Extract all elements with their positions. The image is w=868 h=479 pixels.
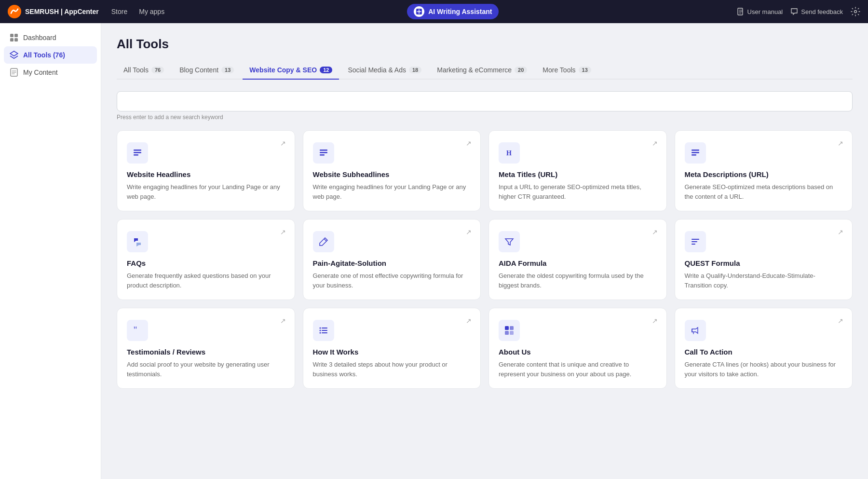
card-meta-titles[interactable]: ↗ H Meta Titles (URL) Input a URL to gen… — [488, 130, 667, 211]
card-quest-formula[interactable]: ↗ QUEST Formula Write a Qualify-Understa… — [675, 219, 853, 300]
tab-blog-content[interactable]: Blog Content 13 — [173, 61, 241, 80]
tab-more-tools[interactable]: More Tools 13 — [536, 61, 597, 80]
tab-all-tools-badge: 76 — [151, 67, 164, 73]
card-desc: Write engaging headlines for your Landin… — [313, 182, 471, 201]
svg-rect-29 — [505, 326, 509, 330]
brand: SEMRUSH | AppCenter — [8, 5, 99, 18]
card-call-to-action[interactable]: ↗ Call To Action Generate CTA lines (or … — [675, 308, 853, 389]
svg-rect-20 — [692, 241, 697, 242]
card-about-us[interactable]: ↗ About Us Generate content that is uniq… — [488, 308, 667, 389]
card-title: Pain-Agitate-Solution — [313, 259, 471, 267]
card-arrow-icon: ↗ — [466, 228, 472, 236]
card-title: Testimonials / Reviews — [127, 348, 285, 356]
card-icon-wrap — [685, 231, 706, 252]
card-arrow-icon: ↗ — [652, 317, 658, 325]
tab-social-media[interactable]: Social Media & Ads 18 — [341, 61, 428, 80]
sidebar-item-dashboard-label: Dashboard — [23, 34, 56, 41]
search-wrap: Press enter to add a new search keyword — [117, 91, 853, 121]
card-arrow-icon: ↗ — [280, 317, 286, 325]
card-title: How It Works — [313, 348, 471, 356]
svg-rect-7 — [14, 38, 18, 41]
card-icon-wrap — [313, 142, 334, 164]
send-feedback-link[interactable]: Send feedback — [790, 8, 843, 15]
layers-icon — [10, 51, 18, 59]
card-arrow-icon: ↗ — [838, 228, 843, 236]
page-title: All Tools — [117, 37, 853, 52]
tab-website-copy-seo-badge: 12 — [320, 67, 332, 73]
svg-rect-18 — [692, 154, 696, 156]
card-icon-wrap — [127, 231, 148, 252]
tab-website-copy-seo[interactable]: Website Copy & SEO 12 — [243, 61, 339, 80]
main-content: All Tools All Tools 76 Blog Content 13 W… — [101, 23, 868, 479]
svg-rect-26 — [322, 330, 327, 331]
tabs-bar: All Tools 76 Blog Content 13 Website Cop… — [117, 61, 853, 80]
card-desc: Write 3 detailed steps about how your pr… — [313, 360, 471, 379]
topnav-links: Store My apps — [107, 6, 169, 17]
svg-rect-21 — [692, 244, 695, 245]
svg-rect-14 — [320, 154, 325, 156]
myapps-link[interactable]: My apps — [134, 6, 169, 17]
card-title: Meta Descriptions (URL) — [685, 170, 843, 178]
sidebar-item-all-tools-label: All Tools (76) — [23, 51, 65, 59]
svg-point-3 — [854, 11, 857, 13]
card-desc: Generate content that is unique and crea… — [499, 360, 657, 379]
card-desc: Generate the oldest copywriting formula … — [499, 271, 657, 290]
card-title: FAQs — [127, 259, 285, 267]
search-hint: Press enter to add a new search keyword — [117, 114, 853, 121]
card-desc: Write a Qualify-Understand-Educate-Stimu… — [685, 271, 843, 290]
svg-text:": " — [134, 325, 137, 335]
svg-rect-11 — [134, 154, 138, 156]
svg-rect-12 — [320, 150, 327, 151]
sidebar-item-dashboard[interactable]: Dashboard — [4, 29, 97, 46]
card-arrow-icon: ↗ — [280, 228, 286, 236]
card-title: Call To Action — [685, 348, 843, 356]
svg-text:H: H — [506, 150, 512, 157]
svg-rect-17 — [692, 152, 699, 153]
card-how-it-works[interactable]: ↗ How It Works Write 3 detailed steps ab… — [303, 308, 481, 389]
dashboard-icon — [10, 33, 18, 42]
svg-rect-28 — [322, 332, 327, 333]
svg-rect-32 — [510, 331, 514, 335]
card-desc: Generate CTA lines (or hooks) about your… — [685, 360, 843, 379]
svg-rect-31 — [505, 331, 509, 335]
app-name-label: AI Writing Assistant — [428, 8, 492, 15]
feedback-icon — [790, 8, 798, 15]
topnav-right: User manual Send feedback — [737, 7, 860, 16]
svg-rect-6 — [10, 38, 14, 41]
svg-rect-16 — [692, 150, 699, 151]
sidebar-item-all-tools[interactable]: All Tools (76) — [4, 46, 97, 64]
svg-rect-19 — [692, 239, 699, 240]
card-pain-agitate-solution[interactable]: ↗ Pain-Agitate-Solution Generate one of … — [303, 219, 481, 300]
card-icon-wrap: H — [499, 142, 520, 164]
card-title: Website Subheadlines — [313, 170, 471, 178]
sidebar-item-my-content[interactable]: My Content — [4, 64, 97, 81]
card-icon-wrap — [499, 231, 520, 252]
card-icon-wrap — [685, 142, 706, 164]
content-icon — [10, 68, 18, 77]
svg-rect-30 — [510, 326, 514, 330]
card-title: Meta Titles (URL) — [499, 170, 657, 178]
card-faqs[interactable]: ↗ FAQs Generate frequently asked questio… — [117, 219, 295, 300]
search-input[interactable] — [117, 91, 853, 111]
card-icon-wrap — [685, 320, 706, 341]
card-arrow-icon: ↗ — [652, 139, 658, 147]
settings-link[interactable] — [851, 7, 860, 16]
tab-blog-content-badge: 13 — [221, 67, 234, 73]
tab-marketing[interactable]: Marketing & eCommerce 20 — [430, 61, 534, 80]
card-website-subheadlines[interactable]: ↗ Website Subheadlines Write engaging he… — [303, 130, 481, 211]
card-desc: Generate one of most effective copywriti… — [313, 271, 471, 290]
card-website-headlines[interactable]: ↗ Website Headlines Write engaging headl… — [117, 130, 295, 211]
card-meta-descriptions[interactable]: ↗ Meta Descriptions (URL) Generate SEO-o… — [675, 130, 853, 211]
card-testimonials[interactable]: ↗ " Testimonials / Reviews Add social pr… — [117, 308, 295, 389]
tab-all-tools[interactable]: All Tools 76 — [117, 61, 171, 80]
card-icon-wrap: " — [127, 320, 148, 341]
card-aida-formula[interactable]: ↗ AIDA Formula Generate the oldest copyw… — [488, 219, 667, 300]
store-link[interactable]: Store — [107, 6, 132, 17]
card-desc: Generate frequently asked questions base… — [127, 271, 285, 290]
card-desc: Write engaging headlines for your Landin… — [127, 182, 285, 201]
card-title: Website Headlines — [127, 170, 285, 178]
card-icon-wrap — [127, 142, 148, 164]
svg-point-27 — [319, 332, 321, 334]
user-manual-link[interactable]: User manual — [737, 8, 783, 15]
topnav: SEMRUSH | AppCenter Store My apps AI Wri… — [0, 0, 868, 23]
